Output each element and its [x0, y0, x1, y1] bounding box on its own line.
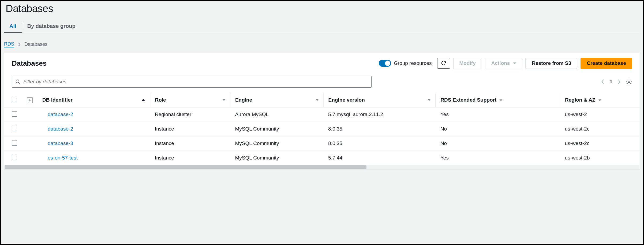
- expand-all-icon[interactable]: +: [27, 97, 33, 103]
- table-row: es-on-57-testInstanceMySQL Community5.7.…: [4, 151, 640, 165]
- sort-indicator-icon: [428, 99, 430, 101]
- svg-point-0: [16, 80, 19, 83]
- select-all-checkbox[interactable]: [12, 97, 17, 102]
- col-db-identifier-label: DB identifier: [42, 97, 73, 103]
- gear-icon: [626, 79, 632, 85]
- databases-panel: Databases Group resources Modify Actions…: [4, 52, 640, 169]
- cell-extended-support: No: [436, 122, 560, 136]
- cell-role: Regional cluster: [150, 107, 230, 122]
- cell-engine-version: 5.7.mysql_aurora.2.11.2: [323, 107, 436, 122]
- table-row: database-2Regional clusterAurora MySQL5.…: [4, 107, 640, 122]
- filter-input[interactable]: [23, 79, 368, 85]
- sort-indicator-icon: [223, 99, 225, 101]
- col-extended-support-label: RDS Extended Support: [440, 97, 496, 103]
- cell-engine: MySQL Community: [230, 151, 323, 165]
- sort-indicator-icon: [316, 99, 319, 101]
- cell-engine-version: 5.7.44: [323, 151, 436, 165]
- restore-from-s3-button[interactable]: Restore from S3: [526, 58, 577, 69]
- cell-region-az: us-west-2b: [560, 151, 640, 165]
- refresh-button[interactable]: [437, 58, 450, 69]
- filter-input-wrap: [12, 76, 372, 88]
- prev-page-button[interactable]: [601, 79, 605, 85]
- group-resources-toggle[interactable]: [379, 60, 391, 67]
- svg-line-1: [19, 82, 20, 84]
- db-identifier-link[interactable]: database-3: [42, 140, 73, 146]
- col-extended-support[interactable]: RDS Extended Support: [436, 93, 560, 107]
- cell-extended-support: No: [436, 136, 560, 151]
- sort-indicator-icon: [598, 99, 601, 101]
- panel-header: Databases Group resources Modify Actions…: [4, 53, 640, 72]
- db-identifier-link[interactable]: es-on-57-test: [42, 155, 78, 161]
- cell-region-az: us-west-2: [560, 107, 640, 122]
- refresh-icon: [441, 60, 447, 66]
- col-engine-label: Engine: [235, 97, 252, 103]
- cell-region-az: us-west-2c: [560, 122, 640, 136]
- table-wrap: + DB identifier Role Engine: [4, 93, 640, 165]
- col-engine[interactable]: Engine: [230, 93, 323, 107]
- actions-button[interactable]: Actions: [485, 58, 523, 69]
- cell-engine: Aurora MySQL: [230, 107, 323, 122]
- cell-engine: MySQL Community: [230, 136, 323, 151]
- modify-button[interactable]: Modify: [453, 58, 482, 69]
- chevron-left-icon: [601, 79, 605, 85]
- actions-label: Actions: [491, 60, 510, 66]
- breadcrumb-rds-link[interactable]: RDS: [4, 41, 14, 47]
- col-role-label: Role: [155, 97, 166, 103]
- db-identifier-link[interactable]: database-2: [42, 126, 73, 132]
- svg-point-2: [628, 81, 630, 83]
- search-icon: [15, 79, 21, 84]
- table-header-row: + DB identifier Role Engine: [4, 93, 640, 107]
- sort-asc-icon: [141, 99, 145, 101]
- horizontal-scrollbar[interactable]: [5, 165, 639, 169]
- group-resources-label: Group resources: [394, 60, 432, 66]
- page-title: Databases: [6, 3, 640, 14]
- col-role[interactable]: Role: [150, 93, 230, 107]
- filter-row: 1: [4, 72, 640, 93]
- db-identifier-link[interactable]: database-2: [42, 112, 73, 117]
- page-number: 1: [609, 79, 612, 85]
- cell-engine-version: 8.0.35: [323, 122, 436, 136]
- breadcrumb: RDS Databases: [4, 41, 640, 47]
- cell-extended-support: Yes: [436, 107, 560, 122]
- cell-role: Instance: [150, 136, 230, 151]
- tabs: All By database group: [4, 21, 640, 33]
- cell-role: Instance: [150, 122, 230, 136]
- cell-engine: MySQL Community: [230, 122, 323, 136]
- table-row: database-3InstanceMySQL Community8.0.35N…: [4, 136, 640, 151]
- create-database-button[interactable]: Create database: [581, 58, 632, 69]
- cell-extended-support: Yes: [436, 151, 560, 165]
- settings-button[interactable]: [626, 79, 632, 85]
- row-checkbox[interactable]: [12, 111, 17, 117]
- chevron-right-icon: [617, 79, 621, 85]
- col-region-az-label: Region & AZ: [565, 97, 595, 103]
- breadcrumb-current: Databases: [24, 42, 47, 47]
- chevron-right-icon: [18, 42, 21, 47]
- table-row: database-2InstanceMySQL Community8.0.35N…: [4, 122, 640, 136]
- row-checkbox[interactable]: [12, 126, 17, 131]
- pagination: 1: [601, 79, 632, 85]
- cell-role: Instance: [150, 151, 230, 165]
- col-engine-version[interactable]: Engine version: [323, 93, 436, 107]
- next-page-button[interactable]: [617, 79, 621, 85]
- databases-table: + DB identifier Role Engine: [4, 93, 640, 165]
- sort-indicator-icon: [500, 99, 502, 101]
- tab-by-database-group[interactable]: By database group: [22, 21, 81, 33]
- panel-title: Databases: [12, 59, 376, 68]
- col-engine-version-label: Engine version: [328, 97, 365, 103]
- tab-all[interactable]: All: [4, 21, 22, 33]
- row-checkbox[interactable]: [12, 155, 17, 160]
- cell-engine-version: 8.0.35: [323, 136, 436, 151]
- col-region-az[interactable]: Region & AZ: [560, 93, 640, 107]
- caret-down-icon: [513, 62, 516, 64]
- col-db-identifier[interactable]: DB identifier: [38, 93, 150, 107]
- group-resources-toggle-wrap: Group resources: [379, 60, 432, 67]
- scrollbar-thumb[interactable]: [5, 165, 366, 169]
- row-checkbox[interactable]: [12, 140, 17, 146]
- cell-region-az: us-west-2c: [560, 136, 640, 151]
